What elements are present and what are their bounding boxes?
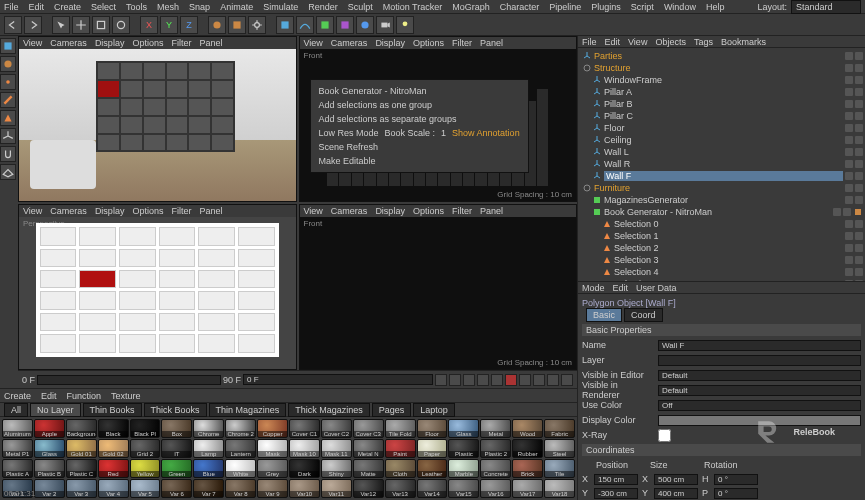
key-pos-icon[interactable] [533, 374, 545, 386]
mat-menu-texture[interactable]: Texture [111, 391, 141, 401]
tree-visibility-dots[interactable] [845, 100, 863, 108]
menu-simulate[interactable]: Simulate [263, 2, 298, 12]
pos-y-input[interactable] [594, 488, 638, 499]
prop-displaycolor-swatch[interactable] [658, 415, 861, 426]
material-swatch[interactable] [193, 419, 224, 438]
material-swatch[interactable] [448, 439, 479, 458]
tree-visibility-dots[interactable] [845, 160, 863, 168]
menu-sculpt[interactable]: Sculpt [348, 2, 373, 12]
tree-row[interactable]: Selection 0 [580, 218, 863, 230]
material-swatch[interactable] [130, 479, 161, 498]
camera-icon[interactable] [376, 16, 394, 34]
tree-row[interactable]: Furniture [580, 182, 863, 194]
viewport-bottom-right[interactable]: View Cameras Display Options Filter Pane… [299, 204, 578, 370]
ctx-lowres[interactable]: Low Res Mode [319, 128, 379, 138]
menu-select[interactable]: Select [91, 2, 116, 12]
material-swatch[interactable] [34, 439, 65, 458]
material-swatch[interactable] [34, 459, 65, 478]
prop-visible-editor-select[interactable]: Default [658, 370, 861, 381]
material-swatch[interactable] [544, 459, 575, 478]
tree-row[interactable]: MagazinesGenerator [580, 194, 863, 206]
att-menu-edit[interactable]: Edit [613, 283, 629, 293]
menu-mograph[interactable]: MoGraph [452, 2, 490, 12]
tree-row[interactable]: WindowFrame [580, 74, 863, 86]
polygon-mode-icon[interactable] [0, 110, 16, 126]
att-menu-userdata[interactable]: User Data [636, 283, 677, 293]
timeline-slider[interactable] [37, 375, 221, 385]
tree-visibility-dots[interactable] [845, 124, 863, 132]
undo-icon[interactable] [4, 16, 22, 34]
tree-row[interactable]: Selection 5 [580, 278, 863, 281]
prop-name-input[interactable] [658, 340, 861, 351]
play-icon[interactable] [463, 374, 475, 386]
tree-row[interactable]: Wall L [580, 146, 863, 158]
material-swatch[interactable] [417, 459, 448, 478]
play-end-icon[interactable] [491, 374, 503, 386]
material-swatch[interactable] [66, 439, 97, 458]
tree-visibility-dots[interactable] [845, 112, 863, 120]
redo-icon[interactable] [24, 16, 42, 34]
material-swatch[interactable] [130, 439, 161, 458]
menu-pipeline[interactable]: Pipeline [549, 2, 581, 12]
material-swatch[interactable] [2, 439, 33, 458]
material-swatch[interactable] [98, 439, 129, 458]
menu-edit[interactable]: Edit [29, 2, 45, 12]
material-swatch[interactable] [161, 479, 192, 498]
obj-menu-file[interactable]: File [582, 37, 597, 47]
material-swatch[interactable] [385, 419, 416, 438]
material-swatch[interactable] [289, 439, 320, 458]
material-swatch[interactable] [448, 479, 479, 498]
prop-layer-input[interactable] [658, 355, 861, 366]
material-swatch[interactable] [544, 439, 575, 458]
material-swatch[interactable] [417, 419, 448, 438]
material-swatch[interactable] [66, 459, 97, 478]
material-swatch[interactable] [512, 419, 543, 438]
tree-row[interactable]: Structure [580, 62, 863, 74]
viewport-top-right[interactable]: View Cameras Display Options Filter Pane… [299, 36, 578, 202]
material-swatch[interactable] [385, 459, 416, 478]
material-swatch[interactable] [130, 459, 161, 478]
filter-thinbooks[interactable]: Thin Books [83, 403, 142, 417]
tree-visibility-dots[interactable] [845, 232, 863, 240]
menu-render[interactable]: Render [308, 2, 338, 12]
render-icon[interactable] [208, 16, 226, 34]
key-scale-icon[interactable] [561, 374, 573, 386]
material-swatch[interactable] [66, 419, 97, 438]
material-swatch[interactable] [2, 419, 33, 438]
tab-coord[interactable]: Coord [624, 308, 663, 322]
obj-menu-tags[interactable]: Tags [694, 37, 713, 47]
tree-visibility-dots[interactable] [845, 148, 863, 156]
material-swatch[interactable] [289, 419, 320, 438]
menu-motiontracker[interactable]: Motion Tracker [383, 2, 443, 12]
tree-row[interactable]: Pillar A [580, 86, 863, 98]
obj-menu-view[interactable]: View [628, 37, 647, 47]
menu-plugins[interactable]: Plugins [591, 2, 621, 12]
material-swatch[interactable] [161, 419, 192, 438]
material-swatch[interactable] [257, 439, 288, 458]
material-swatch[interactable] [385, 479, 416, 498]
material-swatch[interactable] [480, 419, 511, 438]
rotate-tool-icon[interactable] [112, 16, 130, 34]
layout-select[interactable]: Standard [791, 0, 861, 14]
material-swatch[interactable] [225, 479, 256, 498]
tree-visibility-dots[interactable] [845, 184, 863, 192]
menu-snap[interactable]: Snap [189, 2, 210, 12]
material-swatch[interactable] [225, 419, 256, 438]
material-swatch[interactable] [289, 459, 320, 478]
tree-visibility-dots[interactable] [845, 88, 863, 96]
filter-thickbooks[interactable]: Thick Books [144, 403, 207, 417]
axis-z-icon[interactable]: Z [180, 16, 198, 34]
tree-visibility-dots[interactable] [845, 64, 863, 72]
tree-row[interactable]: Ceiling [580, 134, 863, 146]
point-mode-icon[interactable] [0, 74, 16, 90]
ctx-add-separate[interactable]: Add selections as separate groups [315, 112, 524, 126]
material-swatch[interactable] [544, 419, 575, 438]
render-settings-icon[interactable] [248, 16, 266, 34]
material-swatch[interactable] [353, 439, 384, 458]
obj-menu-bookmarks[interactable]: Bookmarks [721, 37, 766, 47]
record-icon[interactable] [505, 374, 517, 386]
material-swatch[interactable] [385, 439, 416, 458]
tree-row[interactable]: Selection 3 [580, 254, 863, 266]
menu-mesh[interactable]: Mesh [157, 2, 179, 12]
texture-mode-icon[interactable] [0, 56, 16, 72]
